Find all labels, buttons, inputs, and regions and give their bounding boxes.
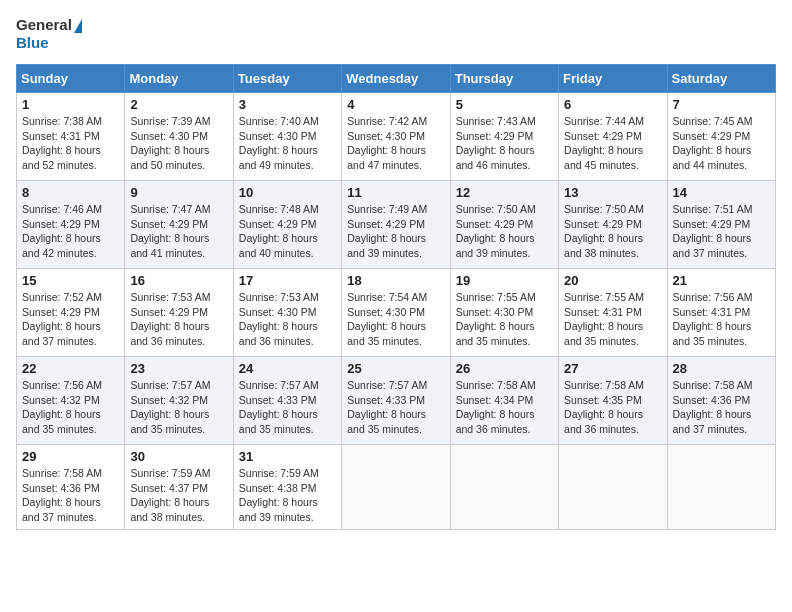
day-info: Sunrise: 7:51 AMSunset: 4:29 PMDaylight:…	[673, 203, 753, 259]
calendar-cell: 27 Sunrise: 7:58 AMSunset: 4:35 PMDaylig…	[559, 357, 667, 445]
day-number: 2	[130, 97, 227, 112]
day-info: Sunrise: 7:53 AMSunset: 4:29 PMDaylight:…	[130, 291, 210, 347]
day-info: Sunrise: 7:57 AMSunset: 4:32 PMDaylight:…	[130, 379, 210, 435]
calendar-cell: 21 Sunrise: 7:56 AMSunset: 4:31 PMDaylig…	[667, 269, 775, 357]
day-info: Sunrise: 7:49 AMSunset: 4:29 PMDaylight:…	[347, 203, 427, 259]
day-number: 15	[22, 273, 119, 288]
calendar-cell: 8 Sunrise: 7:46 AMSunset: 4:29 PMDayligh…	[17, 181, 125, 269]
day-number: 10	[239, 185, 336, 200]
header: General Blue	[16, 16, 776, 52]
day-info: Sunrise: 7:50 AMSunset: 4:29 PMDaylight:…	[564, 203, 644, 259]
logo: General Blue	[16, 16, 82, 52]
day-number: 1	[22, 97, 119, 112]
weekday-header-friday: Friday	[559, 65, 667, 93]
calendar-cell: 23 Sunrise: 7:57 AMSunset: 4:32 PMDaylig…	[125, 357, 233, 445]
calendar-cell: 14 Sunrise: 7:51 AMSunset: 4:29 PMDaylig…	[667, 181, 775, 269]
weekday-header-thursday: Thursday	[450, 65, 558, 93]
day-number: 24	[239, 361, 336, 376]
calendar-cell: 4 Sunrise: 7:42 AMSunset: 4:30 PMDayligh…	[342, 93, 450, 181]
calendar-cell: 15 Sunrise: 7:52 AMSunset: 4:29 PMDaylig…	[17, 269, 125, 357]
day-number: 19	[456, 273, 553, 288]
day-number: 11	[347, 185, 444, 200]
day-number: 16	[130, 273, 227, 288]
calendar-cell: 28 Sunrise: 7:58 AMSunset: 4:36 PMDaylig…	[667, 357, 775, 445]
logo-text: General Blue	[16, 16, 82, 52]
calendar-week-4: 22 Sunrise: 7:56 AMSunset: 4:32 PMDaylig…	[17, 357, 776, 445]
weekday-header-sunday: Sunday	[17, 65, 125, 93]
day-info: Sunrise: 7:45 AMSunset: 4:29 PMDaylight:…	[673, 115, 753, 171]
day-number: 21	[673, 273, 770, 288]
day-info: Sunrise: 7:56 AMSunset: 4:32 PMDaylight:…	[22, 379, 102, 435]
day-number: 14	[673, 185, 770, 200]
calendar-cell: 18 Sunrise: 7:54 AMSunset: 4:30 PMDaylig…	[342, 269, 450, 357]
day-number: 9	[130, 185, 227, 200]
day-number: 17	[239, 273, 336, 288]
day-info: Sunrise: 7:55 AMSunset: 4:31 PMDaylight:…	[564, 291, 644, 347]
day-number: 23	[130, 361, 227, 376]
day-info: Sunrise: 7:56 AMSunset: 4:31 PMDaylight:…	[673, 291, 753, 347]
day-info: Sunrise: 7:59 AMSunset: 4:37 PMDaylight:…	[130, 467, 210, 523]
day-number: 5	[456, 97, 553, 112]
day-info: Sunrise: 7:54 AMSunset: 4:30 PMDaylight:…	[347, 291, 427, 347]
day-info: Sunrise: 7:58 AMSunset: 4:36 PMDaylight:…	[22, 467, 102, 523]
day-number: 13	[564, 185, 661, 200]
day-info: Sunrise: 7:44 AMSunset: 4:29 PMDaylight:…	[564, 115, 644, 171]
calendar-cell: 30 Sunrise: 7:59 AMSunset: 4:37 PMDaylig…	[125, 445, 233, 530]
day-number: 30	[130, 449, 227, 464]
day-number: 3	[239, 97, 336, 112]
calendar-cell	[450, 445, 558, 530]
calendar-table: SundayMondayTuesdayWednesdayThursdayFrid…	[16, 64, 776, 530]
calendar-cell: 17 Sunrise: 7:53 AMSunset: 4:30 PMDaylig…	[233, 269, 341, 357]
day-info: Sunrise: 7:55 AMSunset: 4:30 PMDaylight:…	[456, 291, 536, 347]
day-number: 29	[22, 449, 119, 464]
calendar-cell	[667, 445, 775, 530]
day-number: 28	[673, 361, 770, 376]
calendar-cell: 6 Sunrise: 7:44 AMSunset: 4:29 PMDayligh…	[559, 93, 667, 181]
day-info: Sunrise: 7:59 AMSunset: 4:38 PMDaylight:…	[239, 467, 319, 523]
day-info: Sunrise: 7:58 AMSunset: 4:35 PMDaylight:…	[564, 379, 644, 435]
weekday-header-tuesday: Tuesday	[233, 65, 341, 93]
weekday-header-monday: Monday	[125, 65, 233, 93]
day-info: Sunrise: 7:38 AMSunset: 4:31 PMDaylight:…	[22, 115, 102, 171]
calendar-week-1: 1 Sunrise: 7:38 AMSunset: 4:31 PMDayligh…	[17, 93, 776, 181]
day-number: 18	[347, 273, 444, 288]
calendar-week-2: 8 Sunrise: 7:46 AMSunset: 4:29 PMDayligh…	[17, 181, 776, 269]
day-number: 4	[347, 97, 444, 112]
day-info: Sunrise: 7:58 AMSunset: 4:34 PMDaylight:…	[456, 379, 536, 435]
day-info: Sunrise: 7:42 AMSunset: 4:30 PMDaylight:…	[347, 115, 427, 171]
calendar-cell: 24 Sunrise: 7:57 AMSunset: 4:33 PMDaylig…	[233, 357, 341, 445]
day-number: 25	[347, 361, 444, 376]
calendar-cell: 20 Sunrise: 7:55 AMSunset: 4:31 PMDaylig…	[559, 269, 667, 357]
calendar-week-5: 29 Sunrise: 7:58 AMSunset: 4:36 PMDaylig…	[17, 445, 776, 530]
day-info: Sunrise: 7:57 AMSunset: 4:33 PMDaylight:…	[347, 379, 427, 435]
calendar-cell: 25 Sunrise: 7:57 AMSunset: 4:33 PMDaylig…	[342, 357, 450, 445]
calendar-cell: 26 Sunrise: 7:58 AMSunset: 4:34 PMDaylig…	[450, 357, 558, 445]
day-info: Sunrise: 7:57 AMSunset: 4:33 PMDaylight:…	[239, 379, 319, 435]
calendar-cell: 19 Sunrise: 7:55 AMSunset: 4:30 PMDaylig…	[450, 269, 558, 357]
day-info: Sunrise: 7:46 AMSunset: 4:29 PMDaylight:…	[22, 203, 102, 259]
calendar-cell: 5 Sunrise: 7:43 AMSunset: 4:29 PMDayligh…	[450, 93, 558, 181]
calendar-week-3: 15 Sunrise: 7:52 AMSunset: 4:29 PMDaylig…	[17, 269, 776, 357]
weekday-header-saturday: Saturday	[667, 65, 775, 93]
day-info: Sunrise: 7:40 AMSunset: 4:30 PMDaylight:…	[239, 115, 319, 171]
weekday-header-wednesday: Wednesday	[342, 65, 450, 93]
day-number: 27	[564, 361, 661, 376]
day-number: 22	[22, 361, 119, 376]
day-info: Sunrise: 7:50 AMSunset: 4:29 PMDaylight:…	[456, 203, 536, 259]
calendar-cell: 13 Sunrise: 7:50 AMSunset: 4:29 PMDaylig…	[559, 181, 667, 269]
calendar-cell: 29 Sunrise: 7:58 AMSunset: 4:36 PMDaylig…	[17, 445, 125, 530]
day-info: Sunrise: 7:39 AMSunset: 4:30 PMDaylight:…	[130, 115, 210, 171]
day-info: Sunrise: 7:47 AMSunset: 4:29 PMDaylight:…	[130, 203, 210, 259]
calendar-cell: 12 Sunrise: 7:50 AMSunset: 4:29 PMDaylig…	[450, 181, 558, 269]
calendar-cell	[342, 445, 450, 530]
day-info: Sunrise: 7:58 AMSunset: 4:36 PMDaylight:…	[673, 379, 753, 435]
day-info: Sunrise: 7:52 AMSunset: 4:29 PMDaylight:…	[22, 291, 102, 347]
calendar-cell	[559, 445, 667, 530]
calendar-cell: 11 Sunrise: 7:49 AMSunset: 4:29 PMDaylig…	[342, 181, 450, 269]
day-number: 8	[22, 185, 119, 200]
calendar-cell: 7 Sunrise: 7:45 AMSunset: 4:29 PMDayligh…	[667, 93, 775, 181]
day-number: 20	[564, 273, 661, 288]
day-number: 6	[564, 97, 661, 112]
day-number: 7	[673, 97, 770, 112]
day-number: 31	[239, 449, 336, 464]
